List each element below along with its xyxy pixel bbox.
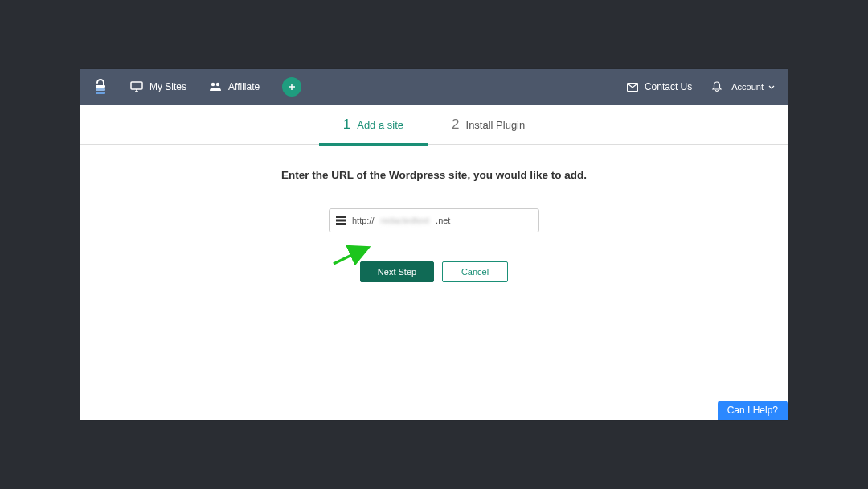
nav-affiliate[interactable]: Affiliate [209,81,260,92]
nav-right: Contact Us Account [627,81,775,92]
tab-number-1: 1 [343,117,350,133]
nav-contact-us[interactable]: Contact Us [627,81,692,92]
step-tabs: 1 Add a site 2 Install Plugin [80,105,788,145]
nav-account-label: Account [731,82,764,92]
tab-label-install-plugin: Install Plugin [466,119,526,131]
server-icon [336,216,346,225]
content-area: Enter the URL of the Wordpress site, you… [80,145,788,306]
next-step-button[interactable]: Next Step [360,261,434,282]
nav-left: My Sites Affiliate [93,77,301,97]
nav-my-sites[interactable]: My Sites [130,81,186,92]
nav-affiliate-label: Affiliate [228,81,260,92]
svg-rect-3 [131,82,142,89]
help-widget[interactable]: Can I Help? [718,401,788,420]
tab-install-plugin[interactable]: 2 Install Plugin [428,105,549,145]
svg-rect-11 [336,216,346,218]
svg-rect-0 [96,85,105,88]
instruction-text: Enter the URL of the Wordpress site, you… [113,169,755,181]
monitor-icon [130,81,143,92]
url-prefix: http:// [352,216,375,225]
top-nav: My Sites Affiliate [80,69,788,105]
url-redacted: redactedtext [381,216,430,225]
logo-icon [93,78,108,96]
add-site-button[interactable] [282,77,301,97]
nav-separator [702,81,702,92]
tab-label-add-site: Add a site [357,119,403,131]
url-suffix: .net [436,216,450,225]
cancel-button[interactable]: Cancel [442,261,508,282]
tab-number-2: 2 [452,117,459,133]
plus-icon [288,83,296,91]
chevron-down-icon [768,85,775,89]
svg-rect-1 [96,88,105,91]
svg-rect-12 [336,220,346,222]
svg-point-6 [211,83,215,86]
nav-my-sites-label: My Sites [149,81,186,92]
svg-rect-2 [96,92,105,94]
button-row: Next Step Cancel [113,261,755,282]
bell-icon[interactable] [712,81,722,92]
mail-icon [627,83,638,92]
tab-add-site[interactable]: 1 Add a site [319,105,428,145]
nav-account[interactable]: Account [731,82,775,92]
url-input[interactable]: http://redactedtext.net [329,208,539,232]
svg-point-7 [216,83,219,86]
svg-rect-13 [336,223,346,225]
app-window: My Sites Affiliate [80,69,788,420]
people-icon [209,82,222,92]
nav-contact-us-label: Contact Us [645,81,692,92]
